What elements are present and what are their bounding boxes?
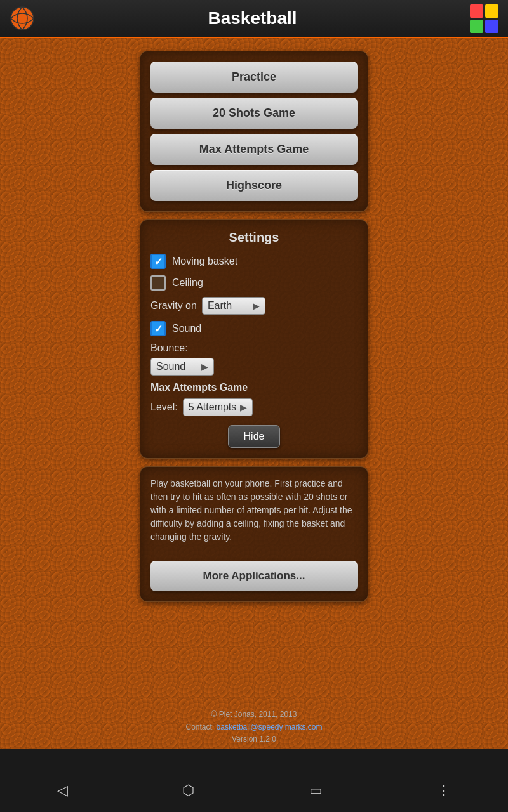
hide-button[interactable]: Hide [228, 425, 281, 448]
main-content: Practice 20 Shots Game Max Attempts Game… [0, 44, 508, 749]
level-dropdown[interactable]: 5 Attempts ▶ [183, 398, 253, 416]
level-label: Level: [150, 402, 178, 413]
navigation-bar: ◁ ⬡ ▭ ⋮ [0, 768, 508, 812]
level-value: 5 Attempts [189, 402, 237, 413]
gravity-dropdown[interactable]: Earth ▶ [202, 297, 265, 315]
max-attempts-button[interactable]: Max Attempts Game [150, 134, 358, 165]
ceiling-row: Ceiling [150, 275, 358, 291]
bounce-dropdown-arrow: ▶ [201, 362, 208, 372]
shots-game-button[interactable]: 20 Shots Game [150, 98, 358, 129]
grid-cell-red [470, 4, 483, 18]
menu-button[interactable]: ⋮ [424, 776, 464, 805]
ceiling-checkbox[interactable] [150, 275, 166, 291]
svg-point-0 [11, 7, 34, 30]
contact-email: basketball@speedy marks.com [217, 723, 323, 731]
bounce-dropdown[interactable]: Sound ▶ [150, 358, 214, 376]
description-text: Play basketball on your phone. First pra… [150, 477, 358, 544]
settings-title: Settings [150, 230, 358, 245]
settings-card: Settings ✓ Moving basket Ceiling Gravity… [140, 219, 368, 459]
back-button[interactable]: ◁ [44, 776, 81, 805]
more-apps-button[interactable]: More Applications... [150, 561, 358, 591]
copyright-text: © Piet Jonas, 2011, 2013 [0, 709, 508, 721]
contact-label: Contact: [186, 723, 215, 731]
max-attempts-title: Max Attempts Game [150, 382, 358, 393]
footer: © Piet Jonas, 2011, 2013 Contact: basket… [0, 709, 508, 745]
recents-button[interactable]: ▭ [297, 776, 335, 805]
bounce-label: Bounce: [150, 343, 358, 354]
app-header: Basketball [0, 0, 508, 38]
level-dropdown-arrow: ▶ [240, 402, 247, 412]
grid-cell-green [470, 20, 483, 33]
description-card: Play basketball on your phone. First pra… [140, 466, 368, 602]
color-grid-icon[interactable] [470, 4, 498, 33]
bounce-value: Sound [156, 361, 185, 372]
max-attempts-section: Max Attempts Game Level: 5 Attempts ▶ [150, 382, 358, 416]
contact-row: Contact: basketball@speedy marks.com [0, 721, 508, 733]
grid-cell-yellow [485, 4, 498, 18]
version-text: Version 1.2.0 [0, 733, 508, 745]
grid-cell-blue [485, 20, 498, 33]
ceiling-label: Ceiling [172, 277, 203, 289]
moving-basket-row: ✓ Moving basket [150, 254, 358, 269]
gravity-label: Gravity on [150, 300, 197, 311]
checkmark-icon: ✓ [154, 256, 163, 268]
practice-button[interactable]: Practice [150, 62, 358, 93]
sound-checkmark-icon: ✓ [154, 323, 163, 335]
app-title: Basketball [35, 8, 470, 29]
bounce-section: Bounce: Sound ▶ [150, 343, 358, 376]
gravity-value: Earth [208, 300, 232, 311]
highscore-button[interactable]: Highscore [150, 170, 358, 201]
level-row: Level: 5 Attempts ▶ [150, 398, 358, 416]
gravity-dropdown-arrow: ▶ [253, 301, 260, 311]
sound-row: ✓ Sound [150, 321, 358, 336]
home-button[interactable]: ⬡ [170, 776, 207, 805]
description-divider [150, 553, 358, 553]
sound-label: Sound [172, 323, 201, 334]
moving-basket-label: Moving basket [172, 256, 237, 267]
moving-basket-checkbox[interactable]: ✓ [150, 254, 166, 269]
menu-card: Practice 20 Shots Game Max Attempts Game… [140, 51, 368, 212]
sound-checkbox[interactable]: ✓ [150, 321, 166, 336]
basketball-logo [10, 6, 35, 31]
gravity-row: Gravity on Earth ▶ [150, 297, 358, 315]
